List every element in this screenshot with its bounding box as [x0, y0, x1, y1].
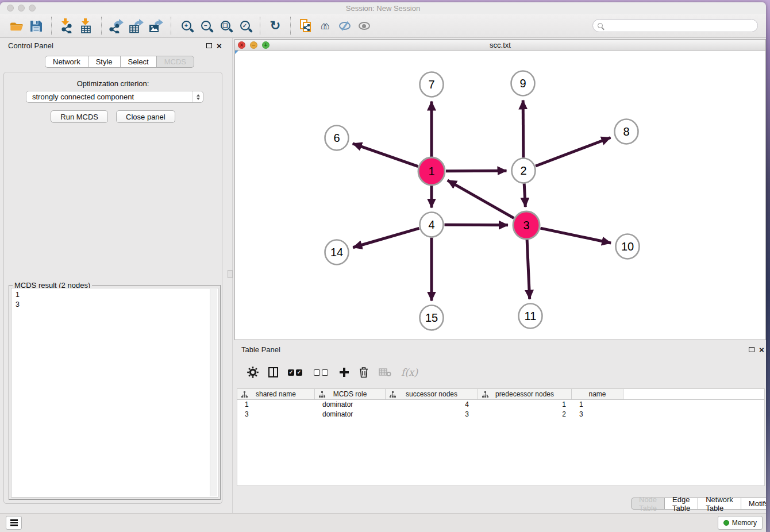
node-7[interactable]: 7 — [420, 72, 444, 97]
table-row[interactable]: 3dominator323 — [237, 410, 764, 419]
edge-3-11[interactable] — [527, 240, 530, 299]
export-image-button[interactable] — [146, 16, 165, 36]
column-label: successor nodes — [406, 390, 457, 398]
edge-2-8[interactable] — [536, 137, 610, 166]
table-settings-button[interactable] — [247, 367, 259, 378]
function-builder-button-disabled: f(x) — [401, 367, 418, 378]
control-panel-float-icon[interactable] — [206, 43, 212, 48]
mcds-tab-content: Optimization criterion: strongly connect… — [3, 72, 222, 504]
import-network-button[interactable] — [57, 16, 76, 36]
edge-2-3[interactable] — [524, 183, 525, 207]
vertical-splitter-handle[interactable] — [228, 270, 233, 278]
plus-icon — [340, 368, 349, 377]
node-4[interactable]: 4 — [420, 213, 444, 237]
table-cell: dominator — [315, 410, 386, 419]
column-header-shared-name[interactable]: shared name — [237, 389, 315, 399]
task-history-button[interactable] — [6, 516, 22, 530]
table-panel-float-icon[interactable] — [749, 347, 754, 352]
close-panel-button[interactable]: Close panel — [116, 110, 175, 123]
zoom-fit-button[interactable]: ❏ — [215, 16, 235, 36]
edge-1-2[interactable] — [446, 171, 507, 171]
memory-button[interactable]: Memory — [718, 516, 763, 530]
delete-column-button[interactable] — [359, 367, 369, 378]
edge-4-3[interactable] — [444, 225, 508, 225]
node-11[interactable]: 11 — [519, 304, 542, 329]
table-header-row: shared nameMCDS rolesuccessor nodesprede… — [237, 389, 764, 400]
save-session-button[interactable] — [26, 16, 46, 36]
tab-network[interactable]: Network — [45, 56, 88, 68]
open-session-button[interactable] — [7, 16, 26, 36]
mcds-result-group: MCDS result (2 nodes) 1 3 — [9, 285, 221, 500]
search-icon — [598, 23, 603, 28]
app-title: Session: New Session — [0, 4, 766, 13]
tab-style[interactable]: Style — [88, 56, 121, 68]
status-bar: Memory — [0, 513, 766, 532]
column-header-successor-nodes[interactable]: successor nodes — [386, 389, 478, 399]
run-mcds-button[interactable]: Run MCDS — [51, 110, 108, 123]
node-3[interactable]: 3 — [513, 211, 540, 239]
home-views-button[interactable]: ⌂⌂ — [315, 16, 335, 36]
node-10[interactable]: 10 — [616, 234, 640, 259]
tab-network-table[interactable]: Network Table — [698, 498, 741, 510]
eye-slash-icon — [339, 22, 351, 30]
search-input[interactable] — [606, 22, 753, 30]
tab-select[interactable]: Select — [120, 56, 157, 68]
export-network-button[interactable] — [107, 16, 126, 36]
table-cell: 3 — [572, 410, 623, 419]
zoom-selected-button[interactable]: ✓ — [235, 16, 255, 36]
node-14[interactable]: 14 — [325, 240, 349, 265]
deselect-all-button[interactable] — [314, 369, 330, 376]
control-panel-close-icon[interactable]: × — [217, 41, 222, 50]
zoom-selected-icon: ✓ — [240, 21, 250, 30]
tab-node-table[interactable]: Node Table — [631, 498, 665, 510]
trash-icon — [359, 367, 369, 378]
node-2[interactable]: 2 — [512, 159, 536, 183]
network-graph[interactable]: 1234678910111415 — [235, 51, 765, 340]
canvas-corner-mark — [235, 51, 238, 54]
apply-layout-button[interactable]: ↻ — [265, 16, 285, 36]
node-8[interactable]: 8 — [615, 119, 638, 144]
show-columns-button[interactable] — [268, 367, 278, 377]
import-table-button[interactable] — [76, 16, 96, 36]
tab-edge-table[interactable]: Edge Table — [664, 498, 698, 510]
edge-1-6[interactable] — [353, 144, 418, 167]
node-6[interactable]: 6 — [325, 126, 349, 151]
zoom-in-button[interactable]: + — [176, 16, 196, 36]
edge-3-1[interactable] — [448, 180, 514, 218]
network-window-title: scc.txt — [235, 41, 765, 49]
node-9[interactable]: 9 — [511, 71, 535, 96]
export-table-button[interactable] — [126, 16, 146, 36]
table-row[interactable]: 1dominator411 — [237, 400, 764, 410]
network-canvas[interactable]: 1234678910111415 — [235, 51, 765, 340]
mcds-result-textarea[interactable]: 1 3 — [11, 288, 218, 498]
table-panel-close-icon[interactable]: × — [759, 345, 764, 354]
memory-label: Memory — [732, 519, 757, 527]
zoom-out-button[interactable]: − — [196, 16, 215, 36]
edge-4-14[interactable] — [353, 228, 419, 247]
tab-motifs[interactable]: Motifs — [741, 498, 766, 510]
delete-table-icon — [379, 368, 391, 377]
column-label: predecessor nodes — [495, 390, 554, 398]
node-1[interactable]: 1 — [418, 157, 445, 185]
node-label: 1 — [428, 165, 434, 178]
tab-mcds[interactable]: MCDS — [156, 56, 194, 68]
node-label: 4 — [428, 218, 434, 231]
unchecked-box-icon — [314, 369, 320, 376]
tree-icon — [319, 391, 325, 398]
edge-2-9[interactable] — [523, 100, 523, 157]
import-network-icon — [60, 18, 74, 33]
show-panel-button[interactable] — [355, 16, 374, 36]
hide-panel-button[interactable] — [335, 16, 355, 36]
result-scrollbar[interactable] — [210, 289, 217, 496]
column-header-mcds-role[interactable]: MCDS role — [315, 389, 386, 399]
criterion-dropdown[interactable]: strongly connected component — [26, 91, 203, 103]
column-header-name[interactable]: name — [572, 389, 623, 399]
columns-icon — [268, 367, 278, 377]
column-header-predecessor-nodes[interactable]: predecessor nodes — [478, 389, 572, 399]
table-cell: 3 — [237, 410, 315, 419]
edge-3-10[interactable] — [540, 228, 611, 243]
select-all-button[interactable]: ✓✓ — [288, 369, 304, 376]
node-15[interactable]: 15 — [420, 306, 444, 330]
duplicate-network-button[interactable] — [296, 16, 315, 36]
add-column-button[interactable] — [340, 368, 349, 377]
